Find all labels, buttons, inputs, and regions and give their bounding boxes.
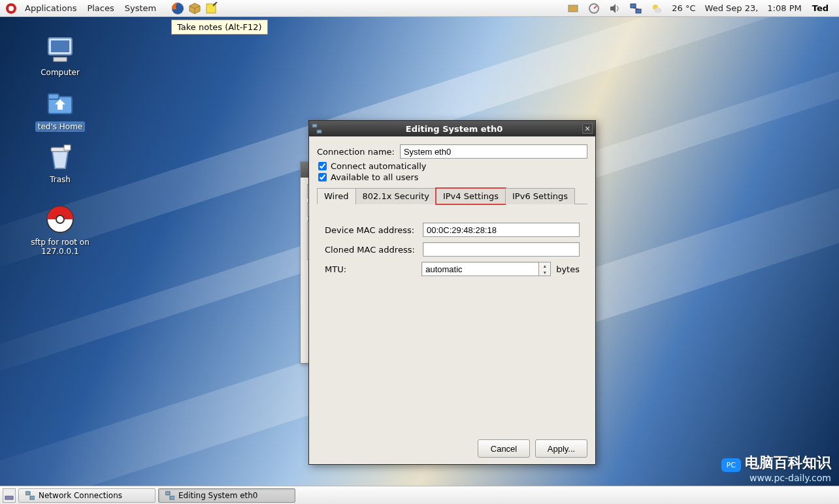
dialog-title: Editing System eth0 [326,124,582,134]
watermark-badge: PC [721,458,741,472]
svg-rect-30 [317,130,321,133]
hide-windows-button[interactable] [3,488,16,503]
package-icon[interactable] [188,1,202,16]
computer-icon [44,34,76,65]
svg-marker-12 [610,4,616,13]
watermark-line1: 电脑百科知识 [745,454,831,471]
chevron-down-icon[interactable]: ▾ [539,269,550,276]
cancel-button[interactable]: Cancel [478,439,530,458]
svg-rect-34 [165,492,170,495]
desktop-icon-home[interactable]: ted's Home [14,87,106,132]
network-icon[interactable] [629,1,643,16]
device-mac-input[interactable] [423,223,580,237]
watermark-line2: www.pc-daily.com [721,473,831,483]
cpu-meter-icon[interactable] [587,1,601,16]
menu-places[interactable]: Places [82,1,119,15]
tab-ipv6[interactable]: IPv6 Settings [505,188,575,204]
desktop-icon-trash[interactable]: Trash [14,141,106,184]
desktop-label: sftp for root on 127.0.0.1 [14,238,106,256]
network-icon [25,491,35,500]
svg-rect-33 [30,496,35,499]
taskbar-item-editing-eth0[interactable]: Editing System eth0 [158,488,295,503]
distro-logo-icon[interactable] [4,1,18,16]
desktop-label: Trash [14,175,106,184]
firefox-icon[interactable] [171,1,185,16]
svg-rect-9 [568,5,578,12]
update-icon[interactable] [566,1,580,16]
available-all-label: Available to all users [331,172,419,182]
chevron-up-icon[interactable]: ▴ [539,262,550,269]
svg-rect-26 [64,145,71,150]
tab-bar: Wired 802.1x Security IPv4 Settings IPv6… [317,187,587,204]
time-text[interactable]: 1:08 PM [765,3,804,13]
device-mac-label: Device MAC address: [325,225,423,235]
desktop-icon-sftp[interactable]: sftp for root on 127.0.0.1 [14,204,106,256]
svg-line-11 [594,6,597,8]
desktop-label: ted's Home [35,121,86,132]
svg-rect-20 [54,57,67,61]
trash-icon [44,141,76,172]
menu-system[interactable]: System [120,1,161,15]
bottom-panel: Network Connections Editing System eth0 [0,486,839,504]
svg-rect-22 [48,94,59,99]
connect-auto-checkbox[interactable] [318,162,327,170]
svg-rect-24 [58,104,63,110]
menu-applications[interactable]: Applications [20,1,82,15]
volume-icon[interactable] [608,1,622,16]
mtu-unit: bytes [556,264,580,274]
taskbar-label: Network Connections [39,491,122,500]
svg-point-1 [8,6,14,11]
mtu-label: MTU: [325,264,421,274]
svg-rect-13 [631,4,636,8]
editing-connection-dialog: Editing System eth0 ✕ Connection name: C… [308,120,596,465]
connect-auto-label: Connect automatically [331,161,427,171]
home-folder-icon [44,87,76,119]
taskbar-item-network-connections[interactable]: Network Connections [18,488,156,503]
tooltip-take-notes: Take notes (Alt-F12) [171,20,268,35]
svg-rect-35 [170,496,174,499]
close-icon[interactable]: ✕ [582,123,593,134]
watermark: PC电脑百科知识 www.pc-daily.com [721,453,831,483]
svg-point-17 [654,8,662,13]
available-all-checkbox[interactable] [318,173,327,181]
svg-point-28 [56,215,64,223]
tab-ipv4[interactable]: IPv4 Settings [436,188,506,204]
tab-8021x[interactable]: 802.1x Security [355,188,436,204]
date-text[interactable]: Wed Sep 23, [702,3,761,13]
connection-name-label: Connection name: [317,147,395,157]
user-menu[interactable]: Ted [808,3,832,13]
svg-rect-32 [25,492,30,495]
sftp-icon [44,204,76,235]
cloned-mac-label: Cloned MAC address: [325,245,423,255]
apply-button[interactable]: Apply... [535,439,587,458]
svg-rect-19 [51,40,69,52]
network-icon [165,491,174,500]
dialog-title-icon [312,123,322,134]
mtu-input[interactable] [421,262,539,276]
dialog-titlebar[interactable]: Editing System eth0 ✕ [309,121,595,136]
svg-rect-31 [5,496,13,499]
mtu-spinner[interactable]: ▴▾ [539,262,551,276]
notes-icon[interactable] [205,1,219,16]
desktop-icon-computer[interactable]: Computer [14,34,106,77]
desktop-label: Computer [14,68,106,77]
cloned-mac-input[interactable] [423,242,580,257]
weather-text: 26 °C [669,3,698,13]
top-panel: Applications Places System 26 °C Wed Sep… [0,0,839,17]
svg-rect-14 [636,9,641,13]
weather-icon[interactable] [650,1,664,16]
taskbar-label: Editing System eth0 [178,491,258,500]
svg-rect-29 [312,124,317,127]
tab-wired[interactable]: Wired [317,188,356,204]
connection-name-input[interactable] [400,144,587,159]
tab-pane-wired: Device MAC address: Cloned MAC address: … [317,204,587,426]
